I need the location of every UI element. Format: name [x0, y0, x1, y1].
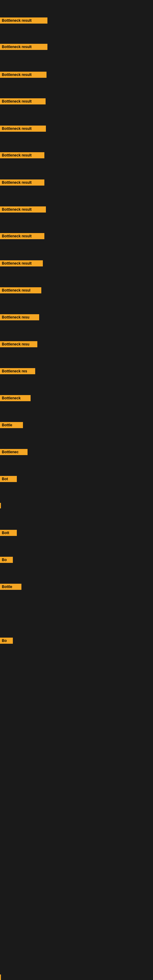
- bottleneck-badge-13[interactable]: Bottleneck resu: [0, 341, 37, 347]
- bottleneck-badge-15[interactable]: Bottleneck: [0, 395, 30, 401]
- site-title: [0, 0, 153, 4]
- bottleneck-badge-6[interactable]: Bottleneck result: [0, 152, 45, 158]
- bottleneck-badge-3[interactable]: Bottleneck result: [0, 72, 46, 78]
- bottleneck-badge-17[interactable]: Bottlenec: [0, 449, 27, 455]
- bottleneck-badge-18[interactable]: Bot: [0, 476, 17, 482]
- bottleneck-badge-8[interactable]: Bottleneck result: [0, 207, 46, 213]
- cursor-line-2: [0, 975, 1, 980]
- bottleneck-badge-19[interactable]: Bott: [0, 530, 17, 536]
- bottleneck-badge-4[interactable]: Bottleneck result: [0, 98, 46, 105]
- bottleneck-badge-11[interactable]: Bottleneck resul: [0, 287, 41, 293]
- bottleneck-badge-20[interactable]: Bo: [0, 557, 13, 563]
- cursor-line-1: [0, 503, 1, 508]
- bottleneck-badge-7[interactable]: Bottleneck result: [0, 180, 45, 186]
- bottleneck-badge-1[interactable]: Bottleneck result: [0, 18, 48, 24]
- bottleneck-badge-21[interactable]: Bottle: [0, 584, 21, 590]
- bottleneck-badge-14[interactable]: Bottleneck res: [0, 368, 35, 374]
- bottleneck-badge-12[interactable]: Bottleneck resu: [0, 314, 39, 320]
- bottleneck-badge-2[interactable]: Bottleneck result: [0, 44, 48, 50]
- bottleneck-badge-9[interactable]: Bottleneck result: [0, 233, 45, 239]
- bottleneck-badge-16[interactable]: Bottle: [0, 422, 23, 428]
- bottleneck-badge-10[interactable]: Bottleneck result: [0, 260, 43, 266]
- bottleneck-badge-22[interactable]: Bo: [0, 638, 13, 644]
- bottleneck-badge-5[interactable]: Bottleneck result: [0, 126, 46, 132]
